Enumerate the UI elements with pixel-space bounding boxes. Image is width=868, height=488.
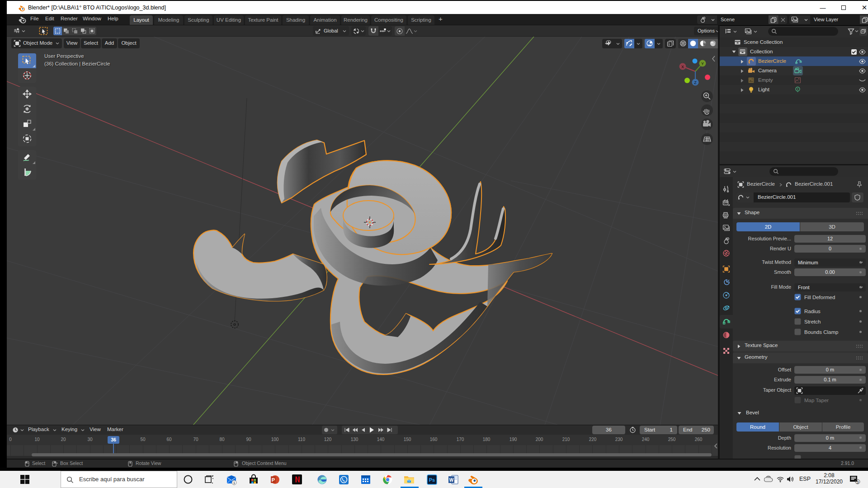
svg-text:Ps: Ps xyxy=(429,477,435,483)
svg-text:P: P xyxy=(272,477,275,483)
svg-text:Z: Z xyxy=(694,80,697,85)
svg-text:3: 3 xyxy=(856,479,859,484)
svg-text:X: X xyxy=(681,65,684,69)
svg-text:W: W xyxy=(449,478,454,483)
svg-text:Y: Y xyxy=(701,61,704,66)
svg-text:1: 1 xyxy=(233,481,236,485)
